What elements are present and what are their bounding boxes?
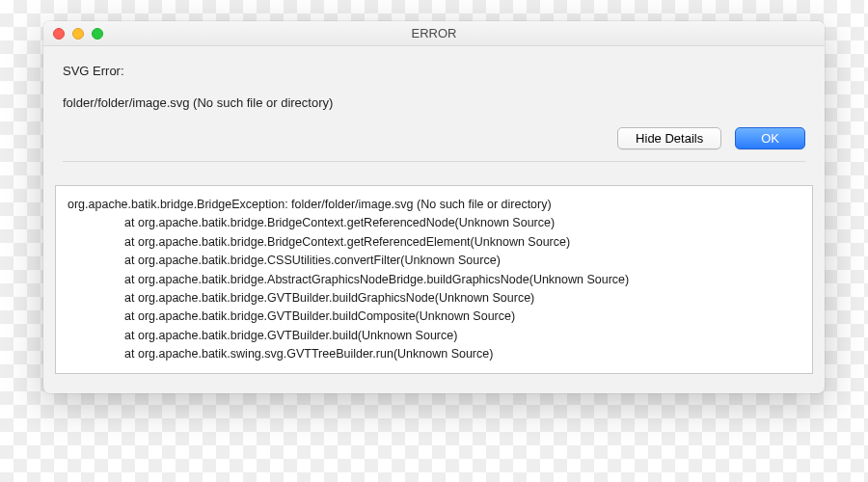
minimize-icon[interactable]	[72, 28, 84, 40]
divider	[63, 161, 805, 162]
close-icon[interactable]	[53, 28, 65, 40]
titlebar: ERROR	[43, 21, 825, 46]
error-path: folder/folder/image.svg (No such file or…	[63, 95, 805, 110]
ok-button[interactable]: OK	[735, 127, 805, 149]
button-row: Hide Details OK	[63, 127, 805, 149]
window-controls	[53, 28, 103, 40]
zoom-icon[interactable]	[92, 28, 103, 40]
error-heading: SVG Error:	[63, 64, 805, 78]
error-dialog: ERROR SVG Error: folder/folder/image.svg…	[43, 21, 825, 393]
stack-trace-panel[interactable]: org.apache.batik.bridge.BridgeException:…	[55, 185, 813, 374]
hide-details-button[interactable]: Hide Details	[617, 127, 721, 149]
dialog-content: SVG Error: folder/folder/image.svg (No s…	[43, 46, 825, 185]
window-title: ERROR	[53, 26, 815, 40]
